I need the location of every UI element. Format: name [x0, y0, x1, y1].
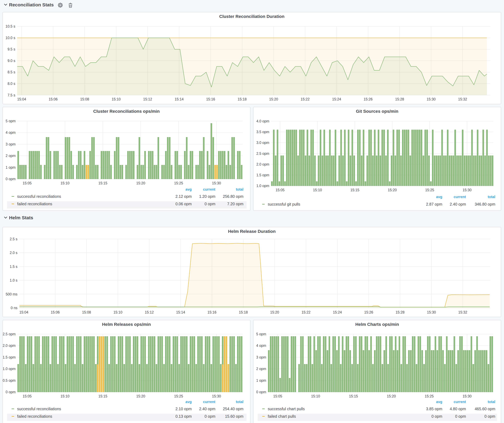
svg-text:5 opm: 5 opm	[256, 332, 266, 336]
svg-text:Git Sources ops/min: Git Sources ops/min	[356, 109, 398, 114]
svg-text:Helm Charts ops/min: Helm Charts ops/min	[355, 322, 399, 327]
svg-text:15:25: 15:25	[425, 394, 434, 398]
svg-text:0.13 opm: 0.13 opm	[175, 414, 192, 418]
svg-text:0 opm: 0 opm	[485, 414, 495, 418]
svg-text:465.60 opm: 465.60 opm	[475, 407, 495, 411]
svg-text:successful git pulls: successful git pulls	[268, 202, 300, 206]
svg-text:5 opm: 5 opm	[6, 119, 16, 123]
svg-text:2.0 opm: 2.0 opm	[256, 162, 269, 166]
svg-text:3.85 opm: 3.85 opm	[426, 407, 442, 411]
svg-text:15:32: 15:32	[458, 97, 467, 101]
svg-text:avg: avg	[186, 400, 192, 404]
svg-text:1.0 opm: 1.0 opm	[3, 367, 16, 371]
svg-text:0 opm: 0 opm	[256, 390, 266, 394]
svg-text:2.5 opm: 2.5 opm	[3, 332, 16, 336]
svg-text:10.0 s: 10.0 s	[6, 36, 15, 40]
svg-text:0 ns: 0 ns	[11, 306, 18, 310]
svg-text:1 opm: 1 opm	[6, 165, 16, 170]
svg-text:15:30: 15:30	[462, 394, 472, 398]
svg-text:15:05: 15:05	[276, 188, 285, 192]
svg-text:2.10 opm: 2.10 opm	[175, 407, 192, 411]
svg-text:1.0 s: 1.0 s	[10, 278, 18, 282]
svg-text:15:25: 15:25	[174, 394, 183, 398]
svg-text:1 opm: 1 opm	[256, 378, 266, 382]
svg-text:2.5 s: 2.5 s	[10, 237, 18, 241]
svg-text:total: total	[488, 195, 495, 199]
svg-text:3 opm: 3 opm	[256, 355, 266, 359]
svg-text:15:30: 15:30	[427, 97, 436, 101]
svg-text:avg: avg	[186, 187, 192, 191]
svg-text:9.0 s: 9.0 s	[7, 59, 15, 63]
svg-text:2.5 opm: 2.5 opm	[256, 152, 269, 156]
svg-text:8.5 s: 8.5 s	[7, 70, 15, 74]
svg-text:1.5 opm: 1.5 opm	[3, 355, 16, 359]
svg-text:successful reconciliations: successful reconciliations	[17, 407, 61, 411]
svg-text:15:15: 15:15	[350, 188, 359, 192]
svg-text:2.40 opm: 2.40 opm	[199, 407, 215, 411]
svg-text:15:15: 15:15	[98, 394, 107, 398]
svg-text:7.5 s: 7.5 s	[7, 93, 15, 97]
svg-text:2.0 opm: 2.0 opm	[3, 344, 16, 348]
svg-text:0 opm: 0 opm	[432, 414, 442, 418]
svg-text:15:12: 15:12	[145, 310, 154, 314]
svg-text:15:06: 15:06	[51, 310, 60, 314]
svg-text:15:20: 15:20	[269, 97, 278, 101]
svg-text:0 opm: 0 opm	[205, 414, 215, 418]
svg-text:346.80 opm: 346.80 opm	[475, 202, 495, 206]
svg-text:1.5 s: 1.5 s	[10, 264, 18, 269]
svg-text:15:20: 15:20	[387, 394, 396, 398]
svg-text:2 opm: 2 opm	[6, 154, 16, 158]
svg-text:8.0 s: 8.0 s	[7, 82, 15, 86]
svg-text:15:20: 15:20	[388, 188, 397, 192]
svg-text:failed reconciliations: failed reconciliations	[17, 414, 52, 418]
svg-text:0 opm: 0 opm	[6, 390, 16, 394]
svg-text:successful reconciliations: successful reconciliations	[17, 194, 61, 199]
svg-text:0 opm: 0 opm	[205, 202, 215, 206]
svg-text:3.5 opm: 3.5 opm	[256, 130, 269, 134]
svg-text:15:26: 15:26	[364, 97, 373, 101]
svg-text:avg: avg	[436, 400, 442, 404]
svg-text:2.87 opm: 2.87 opm	[426, 202, 442, 206]
svg-text:current: current	[454, 195, 466, 199]
svg-text:15:28: 15:28	[396, 310, 405, 314]
svg-text:3.0 opm: 3.0 opm	[256, 141, 269, 145]
svg-text:9.5 s: 9.5 s	[7, 47, 15, 51]
svg-text:current: current	[454, 400, 466, 404]
svg-text:254.40 opm: 254.40 opm	[223, 407, 243, 411]
svg-text:2 opm: 2 opm	[256, 367, 266, 371]
svg-text:1.20 opm: 1.20 opm	[199, 194, 215, 199]
svg-text:15:25: 15:25	[174, 181, 183, 185]
svg-text:1.5 opm: 1.5 opm	[256, 173, 269, 177]
svg-text:15:24: 15:24	[332, 97, 341, 101]
svg-text:15:25: 15:25	[425, 188, 434, 192]
svg-text:15:05: 15:05	[273, 394, 282, 398]
svg-text:15:10: 15:10	[313, 188, 322, 192]
svg-text:total: total	[236, 187, 243, 191]
svg-text:0.5 opm: 0.5 opm	[3, 378, 16, 382]
svg-text:2.40 opm: 2.40 opm	[450, 202, 466, 206]
svg-text:4.80 opm: 4.80 opm	[450, 407, 466, 411]
svg-text:Reconciliation Stats: Reconciliation Stats	[9, 2, 54, 7]
svg-text:15:30: 15:30	[212, 181, 221, 185]
svg-text:500 ms: 500 ms	[6, 292, 18, 296]
svg-text:current: current	[203, 400, 216, 404]
svg-text:15:10: 15:10	[60, 181, 70, 185]
svg-text:0 opm: 0 opm	[6, 177, 16, 181]
svg-text:4.0 opm: 4.0 opm	[256, 119, 269, 123]
svg-text:7.20 opm: 7.20 opm	[227, 202, 243, 206]
svg-text:15:28: 15:28	[395, 97, 404, 101]
svg-text:3 opm: 3 opm	[6, 142, 16, 146]
svg-text:15.60 opm: 15.60 opm	[225, 414, 243, 418]
svg-text:15:22: 15:22	[301, 97, 310, 101]
svg-text:4 opm: 4 opm	[256, 344, 266, 348]
svg-text:10.5 s: 10.5 s	[6, 24, 15, 28]
svg-text:failed chart pulls: failed chart pulls	[268, 414, 296, 418]
svg-text:total: total	[236, 400, 243, 404]
svg-text:15:20: 15:20	[136, 394, 145, 398]
svg-text:Helm Stats: Helm Stats	[9, 215, 33, 220]
svg-text:15:15: 15:15	[98, 181, 107, 185]
svg-text:15:10: 15:10	[311, 394, 320, 398]
svg-text:avg: avg	[436, 195, 442, 199]
svg-text:256.80 opm: 256.80 opm	[223, 194, 243, 199]
svg-text:15:12: 15:12	[143, 97, 152, 101]
